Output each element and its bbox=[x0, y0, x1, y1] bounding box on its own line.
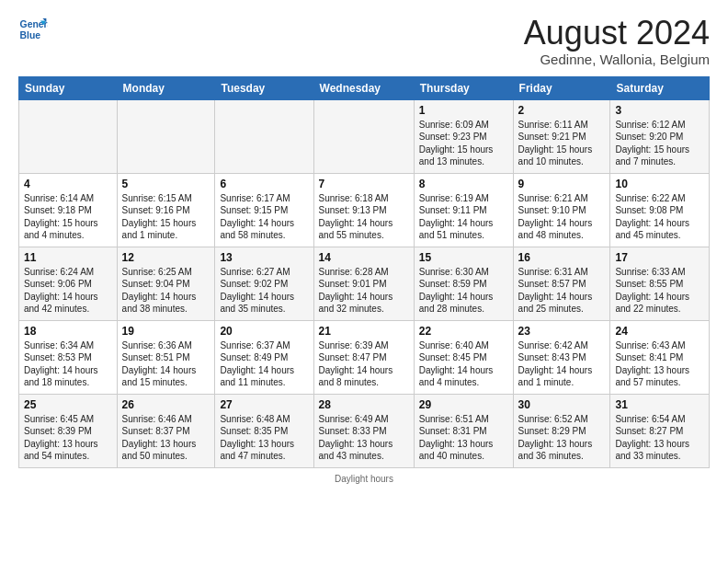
day-number: 21 bbox=[319, 325, 409, 338]
day-info: Sunrise: 6:51 AM Sunset: 8:31 PM Dayligh… bbox=[419, 413, 508, 463]
day-info: Sunrise: 6:24 AM Sunset: 9:06 PM Dayligh… bbox=[24, 266, 112, 316]
calendar-day-8: 8Sunrise: 6:19 AM Sunset: 9:11 PM Daylig… bbox=[414, 173, 513, 247]
day-number: 30 bbox=[518, 398, 606, 411]
day-info: Sunrise: 6:17 AM Sunset: 9:15 PM Dayligh… bbox=[220, 192, 308, 242]
calendar-week-row: 1Sunrise: 6:09 AM Sunset: 9:23 PM Daylig… bbox=[19, 99, 710, 173]
calendar-day-17: 17Sunrise: 6:33 AM Sunset: 8:55 PM Dayli… bbox=[610, 247, 710, 320]
calendar-day-14: 14Sunrise: 6:28 AM Sunset: 9:01 PM Dayli… bbox=[313, 247, 414, 320]
day-number: 24 bbox=[615, 325, 704, 338]
day-number: 15 bbox=[419, 251, 508, 264]
day-info: Sunrise: 6:18 AM Sunset: 9:13 PM Dayligh… bbox=[319, 192, 409, 242]
logo-icon: General Blue bbox=[18, 15, 48, 44]
weekday-header-friday: Friday bbox=[513, 76, 610, 99]
logo: General Blue General Blue bbox=[18, 15, 48, 44]
calendar-day-2: 2Sunrise: 6:11 AM Sunset: 9:21 PM Daylig… bbox=[513, 99, 610, 173]
calendar-week-row: 25Sunrise: 6:45 AM Sunset: 8:39 PM Dayli… bbox=[19, 394, 710, 467]
day-number: 13 bbox=[220, 251, 308, 264]
day-info: Sunrise: 6:54 AM Sunset: 8:27 PM Dayligh… bbox=[615, 413, 704, 463]
day-info: Sunrise: 6:34 AM Sunset: 8:53 PM Dayligh… bbox=[24, 339, 112, 389]
day-info: Sunrise: 6:37 AM Sunset: 8:49 PM Dayligh… bbox=[220, 339, 308, 389]
day-info: Sunrise: 6:40 AM Sunset: 8:45 PM Dayligh… bbox=[419, 339, 508, 389]
day-number: 5 bbox=[122, 178, 210, 190]
calendar-day-3: 3Sunrise: 6:12 AM Sunset: 9:20 PM Daylig… bbox=[610, 99, 710, 173]
day-number: 11 bbox=[24, 251, 112, 264]
day-info: Sunrise: 6:48 AM Sunset: 8:35 PM Dayligh… bbox=[220, 413, 308, 463]
weekday-header-wednesday: Wednesday bbox=[313, 76, 414, 99]
footer-label: Daylight hours bbox=[18, 474, 710, 484]
weekday-header-row: SundayMondayTuesdayWednesdayThursdayFrid… bbox=[19, 76, 710, 99]
calendar-day-6: 6Sunrise: 6:17 AM Sunset: 9:15 PM Daylig… bbox=[215, 173, 313, 247]
day-number: 10 bbox=[615, 178, 704, 190]
calendar-day-7: 7Sunrise: 6:18 AM Sunset: 9:13 PM Daylig… bbox=[313, 173, 414, 247]
day-info: Sunrise: 6:43 AM Sunset: 8:41 PM Dayligh… bbox=[615, 339, 704, 389]
day-number: 12 bbox=[122, 251, 210, 264]
title-block: August 2024 Gedinne, Wallonia, Belgium bbox=[524, 15, 710, 67]
day-info: Sunrise: 6:14 AM Sunset: 9:18 PM Dayligh… bbox=[24, 192, 112, 242]
calendar-day-22: 22Sunrise: 6:40 AM Sunset: 8:45 PM Dayli… bbox=[414, 320, 513, 394]
calendar-day-19: 19Sunrise: 6:36 AM Sunset: 8:51 PM Dayli… bbox=[117, 320, 215, 394]
day-number: 22 bbox=[419, 325, 508, 338]
day-info: Sunrise: 6:25 AM Sunset: 9:04 PM Dayligh… bbox=[122, 266, 210, 316]
weekday-header-tuesday: Tuesday bbox=[215, 76, 313, 99]
calendar-day-4: 4Sunrise: 6:14 AM Sunset: 9:18 PM Daylig… bbox=[19, 173, 118, 247]
day-info: Sunrise: 6:27 AM Sunset: 9:02 PM Dayligh… bbox=[220, 266, 308, 316]
day-info: Sunrise: 6:09 AM Sunset: 9:23 PM Dayligh… bbox=[419, 119, 508, 168]
day-number: 9 bbox=[518, 178, 606, 190]
calendar-table: SundayMondayTuesdayWednesdayThursdayFrid… bbox=[18, 76, 710, 468]
day-info: Sunrise: 6:11 AM Sunset: 9:21 PM Dayligh… bbox=[518, 119, 606, 168]
calendar-day-11: 11Sunrise: 6:24 AM Sunset: 9:06 PM Dayli… bbox=[19, 247, 118, 320]
day-number: 1 bbox=[419, 104, 508, 117]
weekday-header-saturday: Saturday bbox=[610, 76, 710, 99]
day-number: 6 bbox=[220, 178, 308, 190]
calendar-day-27: 27Sunrise: 6:48 AM Sunset: 8:35 PM Dayli… bbox=[215, 394, 313, 467]
day-number: 3 bbox=[615, 104, 704, 117]
day-info: Sunrise: 6:30 AM Sunset: 8:59 PM Dayligh… bbox=[419, 266, 508, 316]
calendar-day-28: 28Sunrise: 6:49 AM Sunset: 8:33 PM Dayli… bbox=[313, 394, 414, 467]
day-number: 27 bbox=[220, 398, 308, 411]
day-info: Sunrise: 6:21 AM Sunset: 9:10 PM Dayligh… bbox=[518, 192, 606, 242]
day-number: 25 bbox=[24, 398, 112, 411]
day-info: Sunrise: 6:15 AM Sunset: 9:16 PM Dayligh… bbox=[122, 192, 210, 242]
day-info: Sunrise: 6:12 AM Sunset: 9:20 PM Dayligh… bbox=[615, 119, 704, 168]
day-info: Sunrise: 6:28 AM Sunset: 9:01 PM Dayligh… bbox=[319, 266, 409, 316]
calendar-day-5: 5Sunrise: 6:15 AM Sunset: 9:16 PM Daylig… bbox=[117, 173, 215, 247]
calendar-week-row: 18Sunrise: 6:34 AM Sunset: 8:53 PM Dayli… bbox=[19, 320, 710, 394]
calendar-day-1: 1Sunrise: 6:09 AM Sunset: 9:23 PM Daylig… bbox=[414, 99, 513, 173]
empty-cell bbox=[313, 99, 414, 173]
day-number: 17 bbox=[615, 251, 704, 264]
day-number: 23 bbox=[518, 325, 606, 338]
calendar-day-31: 31Sunrise: 6:54 AM Sunset: 8:27 PM Dayli… bbox=[610, 394, 710, 467]
svg-text:Blue: Blue bbox=[20, 30, 41, 40]
header: General Blue General Blue August 2024 Ge… bbox=[18, 15, 710, 67]
day-info: Sunrise: 6:33 AM Sunset: 8:55 PM Dayligh… bbox=[615, 266, 704, 316]
day-info: Sunrise: 6:52 AM Sunset: 8:29 PM Dayligh… bbox=[518, 413, 606, 463]
day-number: 29 bbox=[419, 398, 508, 411]
calendar-day-30: 30Sunrise: 6:52 AM Sunset: 8:29 PM Dayli… bbox=[513, 394, 610, 467]
day-info: Sunrise: 6:19 AM Sunset: 9:11 PM Dayligh… bbox=[419, 192, 508, 242]
weekday-header-sunday: Sunday bbox=[19, 76, 118, 99]
day-number: 20 bbox=[220, 325, 308, 338]
calendar-day-23: 23Sunrise: 6:42 AM Sunset: 8:43 PM Dayli… bbox=[513, 320, 610, 394]
calendar-day-26: 26Sunrise: 6:46 AM Sunset: 8:37 PM Dayli… bbox=[117, 394, 215, 467]
empty-cell bbox=[19, 99, 118, 173]
page: General Blue General Blue August 2024 Ge… bbox=[0, 0, 728, 493]
location-label: Gedinne, Wallonia, Belgium bbox=[524, 52, 710, 67]
calendar-day-16: 16Sunrise: 6:31 AM Sunset: 8:57 PM Dayli… bbox=[513, 247, 610, 320]
day-info: Sunrise: 6:22 AM Sunset: 9:08 PM Dayligh… bbox=[615, 192, 704, 242]
calendar-day-18: 18Sunrise: 6:34 AM Sunset: 8:53 PM Dayli… bbox=[19, 320, 118, 394]
day-number: 2 bbox=[518, 104, 606, 117]
calendar-day-21: 21Sunrise: 6:39 AM Sunset: 8:47 PM Dayli… bbox=[313, 320, 414, 394]
weekday-header-monday: Monday bbox=[117, 76, 215, 99]
day-info: Sunrise: 6:45 AM Sunset: 8:39 PM Dayligh… bbox=[24, 413, 112, 463]
calendar-day-12: 12Sunrise: 6:25 AM Sunset: 9:04 PM Dayli… bbox=[117, 247, 215, 320]
day-number: 26 bbox=[122, 398, 210, 411]
day-info: Sunrise: 6:46 AM Sunset: 8:37 PM Dayligh… bbox=[122, 413, 210, 463]
calendar-week-row: 4Sunrise: 6:14 AM Sunset: 9:18 PM Daylig… bbox=[19, 173, 710, 247]
empty-cell bbox=[117, 99, 215, 173]
day-number: 7 bbox=[319, 178, 409, 190]
day-number: 18 bbox=[24, 325, 112, 338]
empty-cell bbox=[215, 99, 313, 173]
day-info: Sunrise: 6:36 AM Sunset: 8:51 PM Dayligh… bbox=[122, 339, 210, 389]
calendar-day-10: 10Sunrise: 6:22 AM Sunset: 9:08 PM Dayli… bbox=[610, 173, 710, 247]
day-number: 14 bbox=[319, 251, 409, 264]
